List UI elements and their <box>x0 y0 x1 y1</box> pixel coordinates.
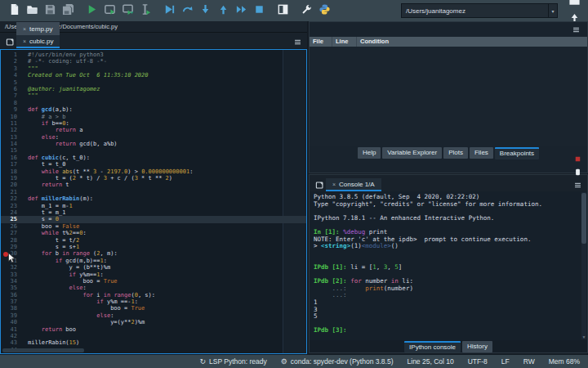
browse-console-tabs-button[interactable] <box>313 178 326 191</box>
plugin-tab-variable-explorer[interactable]: Variable Explorer <box>382 147 442 159</box>
console-south-tab-history[interactable]: History <box>462 341 492 352</box>
browse-working-directory-button[interactable] <box>565 0 583 11</box>
scrollbar-down-arrow[interactable]: ▼ <box>581 334 586 339</box>
line-number[interactable]: 43 <box>1 339 22 346</box>
line-number[interactable]: 22 <box>1 195 22 202</box>
save-button[interactable] <box>41 2 59 20</box>
line-number[interactable]: 29 <box>1 244 22 250</box>
debug-file-button[interactable] <box>160 2 178 20</box>
debug-continue-button[interactable] <box>232 2 250 20</box>
horizontal-scrollbar[interactable] <box>2 348 84 352</box>
column-header-file[interactable]: File <box>310 37 332 47</box>
step-into-button[interactable] <box>196 2 214 20</box>
console-south-tab-ipython-console[interactable]: IPython console <box>404 341 461 352</box>
preferences-icon <box>301 3 313 19</box>
plugin-tab-files[interactable]: Files <box>470 147 493 159</box>
code-text: if gcd(m,b)==1: <box>22 258 107 264</box>
line-number[interactable]: 10 <box>1 114 22 120</box>
code-line: 3""" <box>1 65 306 72</box>
line-number[interactable]: 28 <box>1 237 22 244</box>
run-file-button[interactable] <box>82 2 100 20</box>
column-header-line[interactable]: Line <box>332 37 357 47</box>
line-number[interactable]: 6 <box>1 86 22 92</box>
line-number[interactable]: 33 <box>1 272 22 278</box>
line-number[interactable]: 27 <box>1 230 22 236</box>
python-path-button[interactable] <box>315 2 333 20</box>
line-number[interactable]: 17 <box>1 161 22 168</box>
close-icon[interactable]: × <box>23 26 26 32</box>
breakpoints-options-menu-button[interactable] <box>569 23 582 36</box>
plugin-tab-plots[interactable]: Plots <box>443 147 468 159</box>
save-all-button[interactable] <box>59 2 77 20</box>
console-scrollbar[interactable]: ▼ <box>581 192 586 339</box>
console-line: IPython 7.18.1 -- An enhanced Interactiv… <box>314 215 583 222</box>
scrollbar-thumb[interactable] <box>581 193 586 244</box>
new-file-button[interactable] <box>5 2 23 20</box>
code-editor[interactable]: 1#!/usr/bin/env python32# -*- coding: ut… <box>0 49 307 354</box>
line-number[interactable]: 9 <box>1 106 22 113</box>
editor-tab-temp.py[interactable]: ×temp.py <box>16 22 60 35</box>
interrupt-kernel-button[interactable] <box>571 152 584 165</box>
close-icon[interactable]: × <box>332 182 336 187</box>
line-number[interactable]: 34 <box>1 278 22 285</box>
maximize-pane-button[interactable] <box>274 2 292 20</box>
line-number[interactable]: 18 <box>1 168 22 175</box>
chevron-down-icon[interactable]: ▾ <box>548 4 557 17</box>
close-icon[interactable]: × <box>23 38 26 44</box>
preferences-button[interactable] <box>297 2 315 20</box>
code-line: 38 boo = True <box>1 305 306 312</box>
plugin-tab-help[interactable]: Help <box>358 147 381 159</box>
line-number[interactable]: 37 <box>1 298 22 305</box>
line-number[interactable]: 8 <box>1 100 22 106</box>
breakpoints-table-body[interactable] <box>310 47 587 146</box>
editor-options-menu-button[interactable] <box>291 35 304 48</box>
line-number[interactable]: 26 <box>1 223 22 230</box>
tab-label: Console 1/A <box>339 181 375 188</box>
line-number[interactable]: 21 <box>1 189 22 195</box>
line-number[interactable]: 5 <box>1 79 22 86</box>
line-number[interactable]: 42 <box>1 333 22 339</box>
plugin-tab-breakpoints[interactable]: Breakpoints <box>495 147 539 159</box>
line-number[interactable]: 19 <box>1 175 22 182</box>
console-environment-button[interactable] <box>571 165 584 178</box>
line-number[interactable]: 12 <box>1 127 22 133</box>
run-cell-advance-button[interactable] <box>118 2 136 20</box>
line-number[interactable]: 16 <box>1 155 22 161</box>
editor-tab-cubic.py[interactable]: ×cubic.py <box>16 35 60 48</box>
line-number[interactable]: 2 <box>1 58 22 65</box>
line-number[interactable]: 11 <box>1 120 22 127</box>
code-text: else: <box>22 312 114 319</box>
line-number[interactable]: 15 <box>1 147 22 154</box>
line-number[interactable]: 24 <box>1 209 22 216</box>
line-number[interactable]: 39 <box>1 312 22 319</box>
line-number[interactable]: 3 <box>1 65 22 72</box>
open-file-button[interactable] <box>23 2 41 20</box>
line-number[interactable]: 38 <box>1 305 22 312</box>
line-number[interactable]: 25 <box>1 216 22 222</box>
working-directory-combobox[interactable]: /Users/juanitagomez ▾ <box>401 3 558 18</box>
line-number[interactable]: 36 <box>1 292 22 298</box>
step-return-button[interactable] <box>214 2 232 20</box>
run-selection-button[interactable] <box>136 2 154 20</box>
code-text: """ <box>22 92 38 99</box>
line-number[interactable]: 1 <box>1 52 22 58</box>
line-number[interactable]: 23 <box>1 203 22 209</box>
line-number[interactable]: 14 <box>1 141 22 147</box>
run-cell-button[interactable] <box>100 2 118 20</box>
line-number[interactable]: 40 <box>1 319 22 325</box>
console-tab[interactable]: ×Console 1/A <box>326 178 381 191</box>
line-number[interactable]: 7 <box>1 92 22 99</box>
browse-tabs-button[interactable] <box>3 35 16 48</box>
line-number[interactable]: 4 <box>1 72 22 79</box>
code-line: 20 return t <box>1 182 306 188</box>
step-over-button[interactable] <box>178 2 196 20</box>
line-number[interactable]: 13 <box>1 134 22 141</box>
ipython-console-output[interactable]: Python 3.8.5 (default, Sep 4 2020, 02:22… <box>310 191 587 340</box>
console-options-menu-button[interactable] <box>571 178 584 191</box>
debug-stop-button[interactable] <box>250 2 268 20</box>
code-text: # a > b <box>22 114 65 120</box>
column-header-condition[interactable]: Condition <box>357 37 587 47</box>
line-number[interactable]: 35 <box>1 285 22 291</box>
line-number[interactable]: 41 <box>1 326 22 333</box>
line-number[interactable]: 20 <box>1 182 22 188</box>
